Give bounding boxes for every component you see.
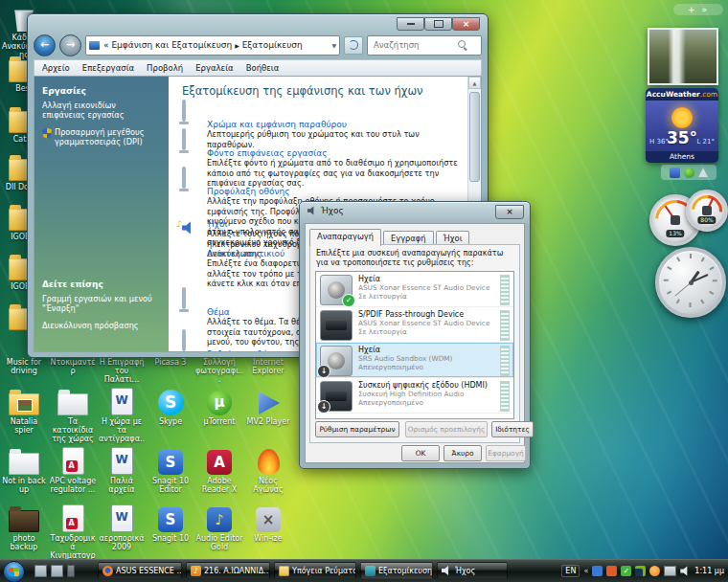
desktop-icon-snagit[interactable]: Snagit 10 [147, 504, 194, 543]
taskbar-button-media[interactable]: ♪ 216. Α.ΙΩΑΝΝΙΔ... [186, 562, 270, 579]
triangle-icon[interactable] [698, 168, 709, 178]
chevron-down-icon[interactable]: ▼ [331, 42, 336, 49]
desktop-icon-snagit-editor[interactable]: Snagit 10 Editor [147, 446, 194, 494]
desktop-icon[interactable]: Ντοκιμαντέρ [49, 356, 97, 375]
search-box[interactable] [367, 35, 482, 56]
device-row[interactable]: ↓ Συσκευή ψηφιακής εξόδου (HDMI) Συσκευή… [316, 378, 513, 414]
forward-button[interactable]: → [59, 34, 81, 56]
apply-button[interactable]: Εφαρμογή [486, 445, 526, 461]
back-button[interactable]: ← [34, 34, 56, 56]
globe-icon[interactable] [684, 168, 694, 178]
tray-icon-5[interactable] [649, 566, 660, 576]
tray-icon-4[interactable] [635, 566, 646, 576]
taskbar-button-personalization[interactable]: Εξατομίκευση [360, 562, 433, 579]
start-button[interactable] [3, 561, 25, 582]
desktop-icon[interactable]: Τα κατοικίδια της χώρας [49, 387, 97, 444]
device-status: Σε λειτουργία [358, 292, 510, 301]
adobe-reader-icon [207, 450, 232, 475]
instruction-text: Επιλέξτε μια συσκευή αναπαραγωγής παρακά… [316, 249, 513, 269]
clock-gadget[interactable] [655, 247, 726, 318]
setting-link[interactable]: Φόντο επιφάνειας εργασίας [207, 148, 458, 158]
taskbar-button-folder[interactable]: Υπόγεια Ρεύματα [274, 562, 356, 579]
network-icon[interactable] [664, 566, 676, 576]
tray-icon-2[interactable] [606, 566, 617, 576]
desktop-icon[interactable]: Η Επιγραφή του Παλατι... [98, 356, 146, 385]
close-button[interactable]: × [495, 205, 524, 219]
tray-icon-1[interactable] [592, 566, 603, 576]
menu-file[interactable]: Αρχείο [42, 63, 70, 73]
desktop-icon[interactable]: Συλλογή φωτογραφι... [195, 356, 243, 385]
ok-button[interactable]: OK [401, 445, 440, 461]
weather-gadget[interactable]: AccuWeather.com H 36° 35° L 21° Athens [646, 88, 718, 163]
desktop-icon[interactable]: Music for driving [0, 356, 48, 375]
language-indicator[interactable]: EN [561, 565, 580, 577]
set-default-button[interactable]: Ορισμός προεπιλογής [405, 421, 488, 437]
menu-help[interactable]: Βοήθεια [246, 63, 280, 73]
desktop-icon-internet-explorer[interactable]: Internet Explorer [244, 356, 292, 375]
search-icon[interactable] [458, 40, 467, 50]
desktop-icon[interactable]: Η χώρα με τα αντίγραφα... [98, 387, 146, 453]
clock-time[interactable]: 1:11 μμ [694, 567, 726, 575]
gadget-controls[interactable]: + » [673, 4, 723, 15]
gadget-launcher[interactable] [661, 165, 717, 180]
photo-gadget[interactable] [648, 28, 718, 85]
scroll-thumb[interactable] [469, 92, 480, 182]
desktop-icon[interactable]: APC voltage regulator ... [49, 446, 97, 494]
menu-edit[interactable]: Επεξεργασία [82, 63, 134, 73]
quick-launch-switcher[interactable] [51, 565, 63, 577]
task-link-desktop-icons[interactable]: Αλλαγή εικονιδίων επιφάνειας εργασίας [42, 101, 161, 121]
desktop-icon-audio-editor[interactable]: Audio Editor Gold [195, 504, 243, 551]
task-link-dpi[interactable]: Προσαρμογή μεγέθους γραμματοσειράς (DPI) [42, 127, 161, 147]
device-row[interactable]: ✓ Ηχεία ASUS Xonar Essence ST Audio Devi… [316, 272, 513, 307]
quick-launch-show-desktop[interactable] [34, 565, 47, 577]
desktop-icon-utorrent[interactable]: μTorrent [195, 387, 243, 426]
taskbar-button-firefox[interactable]: ASUS ESSENCE ... [98, 562, 182, 579]
desktop-icon[interactable]: photo backup [0, 504, 48, 551]
desktop-icon[interactable]: Not in back up [0, 446, 48, 494]
ram-gauge-gadget[interactable]: 80% [686, 190, 728, 232]
control-panel-icon [89, 41, 100, 50]
search-input[interactable] [372, 39, 458, 51]
volume-icon[interactable] [680, 566, 691, 576]
desktop-icon-mv2-player[interactable]: MV2 Player [244, 387, 292, 426]
refresh-button[interactable] [344, 36, 363, 55]
tab-playback[interactable]: Αναπαραγωγή [309, 229, 381, 246]
menu-view[interactable]: Προβολή [147, 63, 183, 73]
tray-expand-icon[interactable]: « [583, 567, 588, 575]
task-link-ease-of-access[interactable]: Διευκόλυνση πρόσβασης [42, 321, 161, 330]
speaker-icon [307, 206, 317, 215]
desktop-icon[interactable]: Natalia spier [0, 387, 48, 435]
launcher-icon[interactable] [670, 168, 680, 178]
address-bar[interactable]: « Εμφάνιση και Εξατομίκευση ▶ Εξατομίκευ… [85, 35, 340, 56]
properties-button[interactable]: Ιδιότητες [491, 421, 534, 437]
add-gadget-icon[interactable]: + » [688, 5, 709, 14]
scroll-up-icon[interactable]: ▲ [468, 77, 481, 89]
desktop-icon-adobe-reader[interactable]: Adobe Reader X [195, 446, 243, 494]
task-link-taskbar-start-menu[interactable]: Γραμμή εργασιών και μενού "Έναρξη" [42, 294, 161, 314]
configure-button[interactable]: Ρύθμιση παραμέτρων [315, 421, 399, 437]
tray-icon-3[interactable]: ✓ [621, 566, 631, 576]
desktop-icon[interactable]: Παλιά αρχεία [98, 446, 146, 494]
desktop-icon[interactable]: αεροπορικά 2009 [98, 504, 146, 551]
icon-label: Νέος Αγώνας [244, 477, 292, 494]
taskbar: ASUS ESSENCE ... ♪ 216. Α.ΙΩΑΝΝΙΔ... Υπό… [0, 559, 728, 582]
device-row[interactable]: S/PDIF Pass-through Device ASUS Xonar Es… [316, 307, 513, 343]
setting-link[interactable]: Προφύλαξη οθόνης [207, 187, 458, 196]
quick-launch-overflow[interactable] [67, 565, 75, 577]
playback-device-list[interactable]: ✓ Ηχεία ASUS Xonar Essence ST Audio Devi… [315, 271, 514, 419]
desktop-icon[interactable]: Win-ize [244, 504, 292, 543]
breadcrumb[interactable]: « Εμφάνιση και Εξατομίκευση ▶ Εξατομίκευ… [103, 40, 303, 50]
maximize-button[interactable] [424, 17, 452, 31]
icon-label: APC voltage regulator ... [49, 477, 97, 494]
desktop-icon-skype[interactable]: Skype [147, 387, 194, 426]
device-sub: Συσκευή High Definition Audio [358, 390, 510, 398]
device-row-selected[interactable]: ↓ Ηχεία SRS Audio Sandbox (WDM) Απενεργο… [316, 343, 513, 378]
setting-link[interactable]: Χρώμα και εμφάνιση παραθύρου [207, 120, 458, 129]
desktop-icon[interactable]: Νέος Αγώνας [244, 446, 292, 494]
cancel-button[interactable]: Άκυρο [444, 445, 482, 461]
dialog-titlebar: Ήχος [307, 206, 344, 215]
close-button[interactable]: × [452, 17, 480, 31]
menu-tools[interactable]: Εργαλεία [195, 63, 234, 73]
minimize-button[interactable] [397, 17, 424, 31]
taskbar-button-sound[interactable]: Ήχος [437, 562, 508, 579]
